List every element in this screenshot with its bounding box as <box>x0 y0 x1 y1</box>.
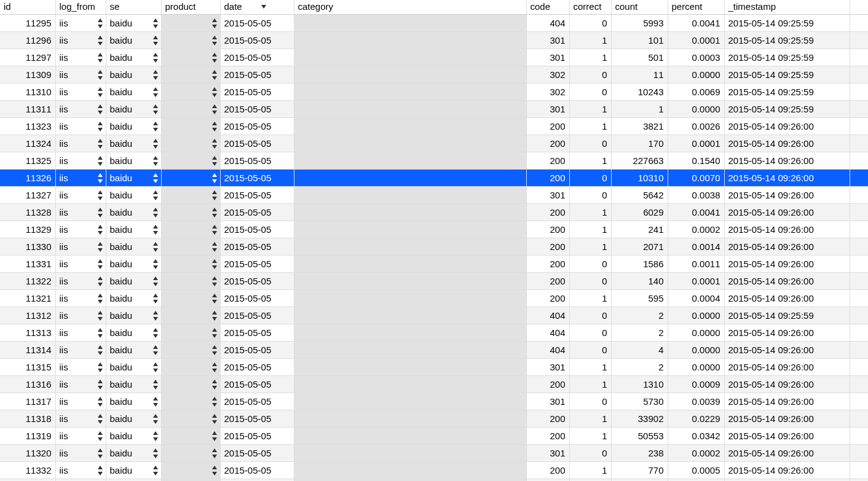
cell-log_from[interactable]: iis <box>55 376 106 393</box>
stepper-icon[interactable] <box>97 70 103 80</box>
stepper-icon[interactable] <box>97 362 103 372</box>
table-row[interactable]: 11318iisbaidu2015-05-052001339020.022920… <box>0 410 868 428</box>
cell-log_from[interactable]: iis <box>55 273 106 290</box>
cell-se[interactable]: baidu <box>106 135 161 152</box>
stepper-icon[interactable] <box>211 466 218 475</box>
stepper-icon[interactable] <box>97 36 103 45</box>
cell-log_from[interactable]: iis <box>55 359 106 376</box>
table-row[interactable]: 11332iisbaidu2015-05-0520017700.00052015… <box>0 462 868 479</box>
table-row[interactable]: 11329iisbaidu2015-05-0520012410.00022015… <box>0 221 868 238</box>
column-header-timestamp[interactable]: _timestamp <box>724 0 850 15</box>
stepper-icon[interactable] <box>211 345 218 355</box>
cell-product[interactable] <box>161 221 220 238</box>
table-row[interactable]: 11322iisbaidu2015-05-0520001400.00012015… <box>0 273 868 290</box>
cell-log_from[interactable]: iis <box>55 324 106 342</box>
stepper-icon[interactable] <box>211 380 218 389</box>
cell-log_from[interactable]: iis <box>55 445 106 462</box>
stepper-icon[interactable] <box>211 208 218 217</box>
cell-se[interactable]: baidu <box>106 462 161 479</box>
stepper-icon[interactable] <box>152 242 159 252</box>
stepper-icon[interactable] <box>211 156 218 166</box>
table-row[interactable]: 11321iisbaidu2015-05-0520015950.00042015… <box>0 290 868 307</box>
cell-se[interactable]: baidu <box>106 221 161 238</box>
stepper-icon[interactable] <box>97 156 103 166</box>
table-row[interactable]: 11328iisbaidu2015-05-05200160290.0041201… <box>0 204 868 221</box>
column-header-product[interactable]: product <box>161 0 220 15</box>
stepper-icon[interactable] <box>152 190 159 200</box>
table-row[interactable]: 11315iisbaidu2015-05-05301120.00002015-0… <box>0 359 868 376</box>
cell-product[interactable] <box>161 238 220 256</box>
stepper-icon[interactable] <box>152 466 159 475</box>
cell-log_from[interactable]: iis <box>55 152 106 170</box>
cell-product[interactable] <box>161 428 220 445</box>
stepper-icon[interactable] <box>97 431 103 441</box>
cell-se[interactable]: baidu <box>106 324 161 342</box>
stepper-icon[interactable] <box>211 173 218 183</box>
stepper-icon[interactable] <box>211 294 218 303</box>
cell-product[interactable] <box>161 376 220 393</box>
cell-se[interactable]: baidu <box>106 15 161 32</box>
cell-se[interactable]: baidu <box>106 307 161 324</box>
cell-product[interactable] <box>161 204 220 221</box>
stepper-icon[interactable] <box>211 362 218 372</box>
stepper-icon[interactable] <box>211 190 218 200</box>
stepper-icon[interactable] <box>211 276 218 286</box>
stepper-icon[interactable] <box>211 36 218 45</box>
cell-product[interactable] <box>161 49 220 66</box>
cell-log_from[interactable]: iis <box>55 49 106 66</box>
column-header-count[interactable]: count <box>611 0 668 15</box>
table-row[interactable]: 11314iisbaidu2015-05-05404040.00002015-0… <box>0 342 868 359</box>
cell-product[interactable] <box>161 15 220 32</box>
stepper-icon[interactable] <box>97 328 103 338</box>
stepper-icon[interactable] <box>211 431 218 441</box>
cell-product[interactable] <box>161 170 220 187</box>
stepper-icon[interactable] <box>211 87 218 97</box>
stepper-icon[interactable] <box>152 225 159 235</box>
cell-product[interactable] <box>161 135 220 152</box>
stepper-icon[interactable] <box>152 139 159 149</box>
stepper-icon[interactable] <box>97 294 103 303</box>
stepper-icon[interactable] <box>152 87 159 97</box>
stepper-icon[interactable] <box>97 276 103 286</box>
cell-se[interactable]: baidu <box>106 66 161 84</box>
cell-log_from[interactable]: iis <box>55 15 106 32</box>
stepper-icon[interactable] <box>152 294 159 303</box>
cell-se[interactable]: baidu <box>106 410 161 428</box>
cell-product[interactable] <box>161 479 220 482</box>
column-header-category[interactable]: category <box>294 0 526 15</box>
column-header-correct[interactable]: correct <box>569 0 611 15</box>
cell-log_from[interactable]: iis <box>55 428 106 445</box>
cell-log_from[interactable]: iis <box>55 187 106 204</box>
stepper-icon[interactable] <box>152 276 159 286</box>
cell-log_from[interactable]: iis <box>55 342 106 359</box>
stepper-icon[interactable] <box>97 397 103 407</box>
table-row[interactable]: 11325iisbaidu2015-05-0520012276630.15402… <box>0 152 868 170</box>
cell-product[interactable] <box>161 445 220 462</box>
column-header-date[interactable]: date <box>220 0 294 15</box>
table-row[interactable]: 11317iisbaidu2015-05-05301057300.0039201… <box>0 393 868 410</box>
stepper-icon[interactable] <box>152 414 159 424</box>
cell-product[interactable] <box>161 290 220 307</box>
cell-se[interactable]: baidu <box>106 273 161 290</box>
stepper-icon[interactable] <box>97 259 103 269</box>
cell-log_from[interactable]: iis <box>55 238 106 256</box>
stepper-icon[interactable] <box>97 311 103 321</box>
cell-product[interactable] <box>161 256 220 273</box>
stepper-icon[interactable] <box>211 225 218 235</box>
stepper-icon[interactable] <box>97 345 103 355</box>
stepper-icon[interactable] <box>211 414 218 424</box>
cell-product[interactable] <box>161 393 220 410</box>
cell-product[interactable] <box>161 66 220 84</box>
cell-product[interactable] <box>161 410 220 428</box>
cell-se[interactable]: baidu <box>106 84 161 101</box>
cell-product[interactable] <box>161 187 220 204</box>
stepper-icon[interactable] <box>97 173 103 183</box>
stepper-icon[interactable] <box>152 36 159 45</box>
column-header-code[interactable]: code <box>526 0 569 15</box>
cell-product[interactable] <box>161 84 220 101</box>
table-row[interactable]: 11313iisbaidu2015-05-05404020.00002015-0… <box>0 324 868 342</box>
cell-se[interactable]: baidu <box>106 152 161 170</box>
stepper-icon[interactable] <box>152 431 159 441</box>
cell-se[interactable]: baidu <box>106 256 161 273</box>
stepper-icon[interactable] <box>97 414 103 424</box>
